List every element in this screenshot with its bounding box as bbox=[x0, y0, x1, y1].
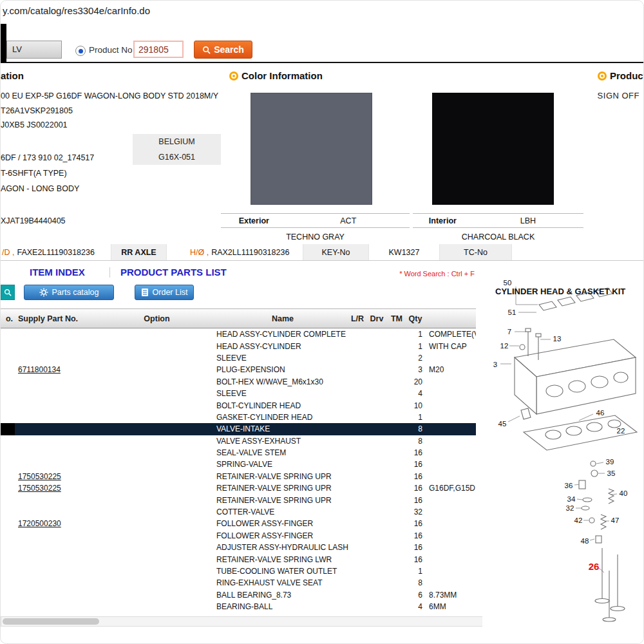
diagram-callout-47[interactable]: 47 bbox=[611, 516, 620, 524]
table-header: o. Supply Part No. Option Name L/R Drv T… bbox=[1, 308, 476, 328]
table-row[interactable]: SLEEVE4 bbox=[1, 388, 476, 399]
interior-label: Interior bbox=[413, 216, 473, 225]
cell-qty: 6 bbox=[406, 591, 425, 600]
cell-qty: 16 bbox=[406, 555, 425, 564]
table-row[interactable]: HEAD ASSY-CYLINDER1WITH CAP bbox=[1, 340, 476, 352]
search-button[interactable]: Search bbox=[194, 41, 252, 59]
table-row[interactable]: 1720500230FOLLOWER ASSY-FINGER16 bbox=[1, 518, 476, 529]
table-row[interactable]: RETAINER-VALVE SPRING UPR16 bbox=[1, 494, 476, 506]
plant-box: BELGIUM bbox=[133, 134, 221, 149]
table-row[interactable]: SPRING-VALVE16 bbox=[1, 459, 476, 470]
diagram-callout-35[interactable]: 35 bbox=[607, 469, 616, 477]
ho-cell: H/Ø , RAX2LL11190318236 bbox=[167, 244, 303, 260]
sign-off-link[interactable]: SIGN OFF bbox=[598, 91, 639, 100]
table-row[interactable]: 6711800134PLUG-EXPENSION3M20 bbox=[1, 364, 476, 375]
diagram-callout-48[interactable]: 48 bbox=[581, 537, 589, 545]
table-row[interactable]: 1750530225RETAINER-VALVE SPRING UPR16 bbox=[1, 471, 476, 482]
dropdown-value: LV bbox=[12, 44, 22, 54]
cell-qty: 4 bbox=[406, 602, 425, 611]
table-row[interactable]: GASKET-CYLINDER HEAD1 bbox=[1, 412, 476, 423]
cell-qty: 1 bbox=[406, 342, 425, 351]
horizontal-scrollbar[interactable] bbox=[1, 616, 484, 627]
diagram-callout-12[interactable]: 12 bbox=[500, 342, 509, 350]
diagram-callout-36[interactable]: 36 bbox=[565, 482, 573, 489]
table-row[interactable]: HEAD ASSY-CYLINDER COMPLETE1COMPLETE(V bbox=[1, 328, 476, 340]
exterior-color-name: TECHNO GRAY bbox=[221, 232, 410, 242]
car-vin-line: T26A1VSKP291805 bbox=[1, 106, 73, 115]
gear-icon bbox=[39, 288, 48, 297]
radio-dot-icon bbox=[79, 49, 83, 53]
diagram-callout-34[interactable]: 34 bbox=[567, 495, 576, 503]
table-row[interactable]: BOLT-HEX W/WAVE_M6x1x3020 bbox=[1, 376, 476, 388]
drive-info-row: /D , FAXE2L11190318236 RR AXLE H/Ø , RAX… bbox=[1, 244, 643, 261]
table-row[interactable]: RETAINER-VALVE SPRING LWR16 bbox=[1, 553, 476, 565]
diagram-callout-7[interactable]: 7 bbox=[507, 328, 511, 336]
cell-qty: 32 bbox=[406, 507, 425, 516]
diagram-callouts: 505171213345462239353640343242474826 bbox=[482, 278, 644, 644]
cell-qty: 16 bbox=[406, 484, 425, 493]
header-drv: Drv bbox=[366, 314, 388, 323]
cell-name: SEAL-VALVE STEM bbox=[216, 448, 349, 457]
diagram-callout-42[interactable]: 42 bbox=[574, 516, 583, 524]
table-row[interactable]: VALVE-INTAKE8 bbox=[1, 423, 476, 435]
diagram-callout-39[interactable]: 39 bbox=[606, 458, 614, 466]
table-row[interactable]: SLEEVE2 bbox=[1, 352, 476, 364]
diagram-callout-51[interactable]: 51 bbox=[508, 308, 516, 316]
cell-supply[interactable]: 1750530225 bbox=[15, 472, 97, 481]
tab-divider bbox=[109, 267, 110, 278]
table-row[interactable]: ADJUSTER ASSY-HYDRAULIC LASH16 bbox=[1, 542, 476, 553]
table-row[interactable]: BOLT-CYLINDER HEAD10 bbox=[1, 399, 476, 411]
cell-qty: 16 bbox=[406, 496, 425, 505]
diagram-callout-32[interactable]: 32 bbox=[566, 504, 574, 512]
table-row[interactable]: TUBE-COOLING WATER OUTLET1 bbox=[1, 565, 476, 577]
key-no-cell: KEY-No bbox=[303, 244, 369, 260]
diagram-callout-50[interactable]: 50 bbox=[504, 279, 512, 287]
header-qty: Qty bbox=[406, 314, 425, 323]
car-model-line: 00 EU EXP-5P G16DF WAGON-LONG BODY STD 2… bbox=[1, 91, 218, 100]
zoom-search-button[interactable] bbox=[1, 285, 15, 300]
diagram-callout-3[interactable]: 3 bbox=[493, 361, 497, 368]
cell-supply[interactable]: 6711800134 bbox=[15, 365, 97, 374]
diagram-callout-13[interactable]: 13 bbox=[553, 335, 562, 343]
cell-remark: 8.73MM bbox=[425, 591, 476, 600]
cell-name: HEAD ASSY-CYLINDER COMPLETE bbox=[216, 330, 349, 339]
table-row[interactable]: VALVE ASSY-EXHAUST8 bbox=[1, 435, 476, 447]
cell-supply[interactable]: 1720500230 bbox=[15, 519, 97, 528]
cell-qty: 8 bbox=[406, 424, 425, 433]
cell-remark: M20 bbox=[425, 365, 476, 374]
diagram-callout-26[interactable]: 26 bbox=[589, 561, 600, 572]
tab-product-parts-list[interactable]: PRODUCT PARTS LIST bbox=[120, 267, 227, 278]
diagram-callout-46[interactable]: 46 bbox=[596, 409, 605, 417]
order-list-button[interactable]: Order List bbox=[135, 285, 194, 300]
table-row[interactable]: FOLLOWER ASSY-FINGER16 bbox=[1, 530, 476, 542]
table-row[interactable]: BALL BEARING_8.7368.73MM bbox=[1, 589, 476, 601]
interior-color-name: CHARCOAL BLACK bbox=[413, 232, 583, 242]
cell-qty: 2 bbox=[406, 354, 425, 363]
diagram-callout-45[interactable]: 45 bbox=[498, 420, 507, 428]
cell-supply[interactable]: 1750530225 bbox=[15, 484, 97, 493]
parts-catalog-button[interactable]: Parts catalog bbox=[24, 285, 114, 300]
cell-name: SLEEVE bbox=[216, 389, 349, 398]
table-row[interactable]: SEAL-VALVE STEM16 bbox=[1, 447, 476, 459]
browser-address-bar[interactable]: y.com/catalog/res3304e/carInfo.do bbox=[3, 5, 150, 16]
table-row[interactable]: COTTER-VALVE32 bbox=[1, 506, 476, 518]
tab-item-index[interactable]: ITEM INDEX bbox=[30, 267, 85, 278]
engine-code-box: G16X-051 bbox=[133, 149, 221, 165]
app-window: y.com/catalog/res3304e/carInfo.do LV Pro… bbox=[0, 0, 644, 644]
cell-qty: 1 bbox=[406, 567, 425, 576]
cell-name: VALVE ASSY-EXHAUST bbox=[216, 437, 349, 446]
ho-label: H/Ø , bbox=[190, 248, 209, 257]
product-no-radio[interactable] bbox=[75, 46, 86, 56]
magnifier-icon bbox=[4, 289, 12, 296]
window-edge-fragment bbox=[1, 24, 6, 62]
diagram-callout-22[interactable]: 22 bbox=[617, 427, 625, 435]
diagram-callout-40[interactable]: 40 bbox=[620, 489, 628, 497]
product-no-input[interactable] bbox=[133, 41, 184, 58]
scrollbar-thumb[interactable] bbox=[3, 618, 99, 625]
table-row[interactable]: RING-EXHAUST VALVE SEAT8 bbox=[1, 577, 476, 589]
search-button-label: Search bbox=[214, 44, 244, 55]
table-row[interactable]: BEARING-BALL46MM bbox=[1, 601, 476, 612]
header-lr: L/R bbox=[349, 314, 366, 323]
search-category-dropdown[interactable]: LV bbox=[6, 41, 62, 59]
table-row[interactable]: 1750530225RETAINER-VALVE SPRING UPR16G16… bbox=[1, 482, 476, 494]
